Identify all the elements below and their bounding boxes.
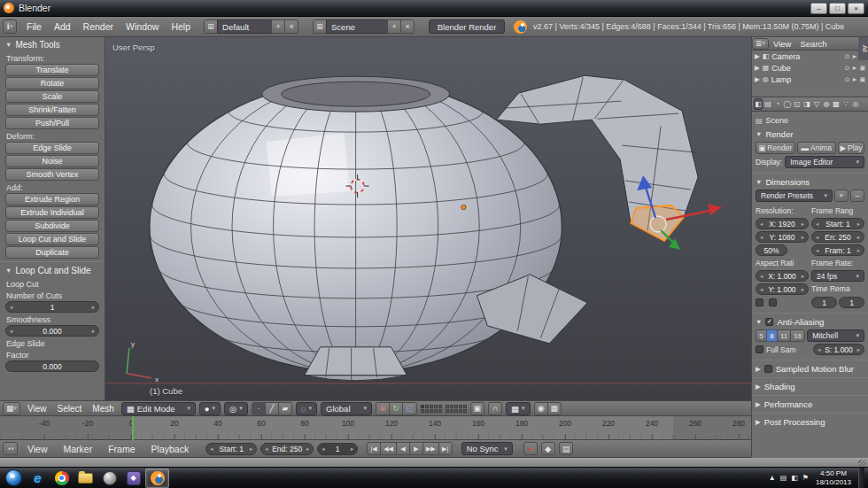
tab-scene-icon[interactable]: ◔ <box>773 98 782 110</box>
add-preset-button[interactable]: + <box>834 190 849 202</box>
frame-start-field[interactable]: ◂ Start: 1 ▸ <box>205 443 257 455</box>
increment-icon[interactable]: ▸ <box>92 328 95 335</box>
menu-view[interactable]: View <box>21 444 54 454</box>
number-of-cuts-field[interactable]: ◂ 1 ▸ <box>5 301 99 313</box>
translate-button[interactable]: Translate <box>5 64 99 76</box>
render-restrict-icon[interactable]: ▣ <box>859 65 865 72</box>
dimensions-panel-header[interactable]: ▼ Dimensions <box>756 175 864 188</box>
add-layout-button[interactable]: + <box>271 19 285 34</box>
aa-samples-16-button[interactable]: 16 <box>790 329 805 342</box>
menu-marker[interactable]: Marker <box>58 444 99 454</box>
smoothness-field[interactable]: ◂ 0.000 ▸ <box>5 325 99 337</box>
menu-view[interactable]: View <box>24 404 50 414</box>
proportional-edit-select[interactable]: ◌ ▾ <box>296 402 317 415</box>
tab-object-data-icon[interactable]: ▽ <box>812 98 821 110</box>
post-processing-panel-header[interactable]: ▶ Post Processing <box>756 415 864 428</box>
increment-icon[interactable]: ▸ <box>92 304 95 311</box>
noise-button[interactable]: Noise <box>5 155 99 167</box>
decrement-icon[interactable]: ◂ <box>265 445 267 453</box>
anti-aliasing-panel-header[interactable]: ▼ ✓ Anti-Aliasing <box>756 315 864 328</box>
screen-browse-icon[interactable]: ⊞ <box>204 19 218 34</box>
tab-material-icon[interactable]: ◍ <box>822 98 831 110</box>
menu-search[interactable]: Search <box>795 39 831 49</box>
mesh-canvas[interactable]: x y <box>105 37 751 400</box>
frame-end-field[interactable]: ◂ End: 250 ▸ <box>260 443 314 455</box>
shading-panel-header[interactable]: ▶ Shading <box>756 380 864 392</box>
shrink-fatten-button[interactable]: Shrink/Fatten <box>5 104 99 116</box>
editor-type-button[interactable]: ≣ ▾ <box>752 38 769 50</box>
resolution-x-field[interactable]: ◂X: 1920▸ <box>756 218 809 229</box>
internet-explorer-icon[interactable]: e <box>26 469 50 488</box>
explorer-folder-icon[interactable] <box>74 469 97 488</box>
tab-render-layers-icon[interactable]: ▤ <box>763 98 772 110</box>
mesh-tools-panel-header[interactable]: ▼ Mesh Tools <box>5 38 99 51</box>
smooth-vertex-button[interactable]: Smooth Vertex <box>5 168 99 181</box>
layers-widget[interactable] <box>421 405 442 413</box>
eye-icon[interactable]: ⊙ <box>845 76 850 83</box>
tab-particles-icon[interactable]: ∵ <box>841 98 850 110</box>
increment-icon[interactable]: ▸ <box>250 445 252 453</box>
mode-select[interactable]: ▦ Edit Mode ▾ <box>121 402 196 415</box>
rotate-manipulator-button[interactable]: ↻ <box>389 402 403 415</box>
play-button[interactable]: ▶ Play <box>838 142 864 154</box>
tab-object-icon[interactable]: ◱ <box>793 98 802 110</box>
media-player-icon[interactable] <box>97 469 121 488</box>
aspect-x-field[interactable]: ◂X: 1.000▸ <box>756 270 809 282</box>
render-button[interactable]: ▣ Render <box>756 142 795 154</box>
menu-help[interactable]: Help <box>165 21 197 32</box>
menu-add[interactable]: Add <box>48 21 77 32</box>
tray-icon-1[interactable]: ▤ <box>780 474 787 482</box>
filter-size-field[interactable]: ◂S: 1.000▸ <box>813 344 864 355</box>
tab-texture-icon[interactable]: ▩ <box>832 98 841 110</box>
expand-icon[interactable]: ▶ <box>755 75 760 83</box>
selected-face[interactable] <box>631 205 684 241</box>
action-center-icon[interactable]: ⚑ <box>802 474 809 482</box>
tab-render-icon[interactable]: ◧ <box>754 98 763 110</box>
menu-select[interactable]: Select <box>54 404 86 414</box>
display-select[interactable]: Image Editor ▾ <box>785 156 864 168</box>
eye-icon[interactable]: ⊙ <box>845 65 850 72</box>
maximize-button[interactable]: □ <box>829 3 846 14</box>
outliner-filter-select[interactable]: All <box>858 37 868 60</box>
pivot-select[interactable]: ◎ ▾ <box>224 402 248 415</box>
eye-icon[interactable]: ⊙ <box>845 53 850 60</box>
screen-layout-select[interactable]: Default <box>217 19 272 34</box>
factor-field[interactable]: 0.000 <box>5 360 99 372</box>
clock[interactable]: 4:50 PM 18/10/2013 <box>816 469 851 486</box>
current-frame-field[interactable]: ◂Fram: 1▸ <box>811 244 864 256</box>
app-icon[interactable]: ◆ <box>121 469 145 488</box>
full-sample-checkbox[interactable] <box>756 345 763 353</box>
render-panel-header[interactable]: ▼ Render <box>756 128 864 140</box>
scene-browse-icon[interactable]: ⊞ <box>313 19 327 34</box>
blender-taskbar-icon[interactable] <box>145 469 169 488</box>
menu-file[interactable]: File <box>20 21 48 32</box>
map-new-field[interactable]: 1 <box>839 297 864 308</box>
render-engine-select[interactable]: Blender Render <box>429 19 505 34</box>
rotate-button[interactable]: Rotate <box>5 77 99 89</box>
os-titlebar[interactable]: Blender – □ × <box>0 0 868 17</box>
outliner-row-lamp[interactable]: ▶ ◍ Lamp ⊙ ► ▣ <box>752 74 868 85</box>
animation-button[interactable]: ▬ Anima <box>797 142 837 154</box>
record-button[interactable]: ● <box>523 442 538 455</box>
previous-keyframe-button[interactable]: ◀◀ <box>380 442 397 455</box>
performance-panel-header[interactable]: ▶ Performance <box>756 398 864 410</box>
play-button[interactable]: ▶ <box>409 442 423 455</box>
object-name[interactable]: Camera <box>771 52 800 61</box>
outliner-row-camera[interactable]: ▶ ◧ Camera ⊙ ► ▣ <box>752 50 868 62</box>
select-restrict-icon[interactable]: ► <box>851 76 857 83</box>
editor-type-button[interactable]: ◔ ▾ <box>3 442 18 455</box>
crop-checkbox[interactable] <box>769 298 777 306</box>
increment-icon[interactable]: ▸ <box>351 445 353 453</box>
scale-manipulator-button[interactable]: ◱ <box>402 402 417 415</box>
start-button[interactable] <box>2 469 26 488</box>
minimize-button[interactable]: – <box>810 3 827 14</box>
viewport-3d[interactable]: x y User Persp (1) Cube <box>105 37 751 400</box>
render-presets-select[interactable]: Render Presets ▾ <box>756 190 833 202</box>
decrement-icon[interactable]: ◂ <box>322 445 324 453</box>
edge-slide-button[interactable]: Edge Slide <box>5 142 99 154</box>
menu-render[interactable]: Render <box>77 21 120 32</box>
sampled-motion-blur-panel-header[interactable]: ▶ Sampled Motion Blur <box>756 362 864 375</box>
expand-icon[interactable]: ▶ <box>755 52 760 60</box>
frame-end-field[interactable]: ◂En: 250▸ <box>811 231 864 243</box>
loop-cut-slide-button[interactable]: Loop Cut and Slide <box>5 233 99 245</box>
